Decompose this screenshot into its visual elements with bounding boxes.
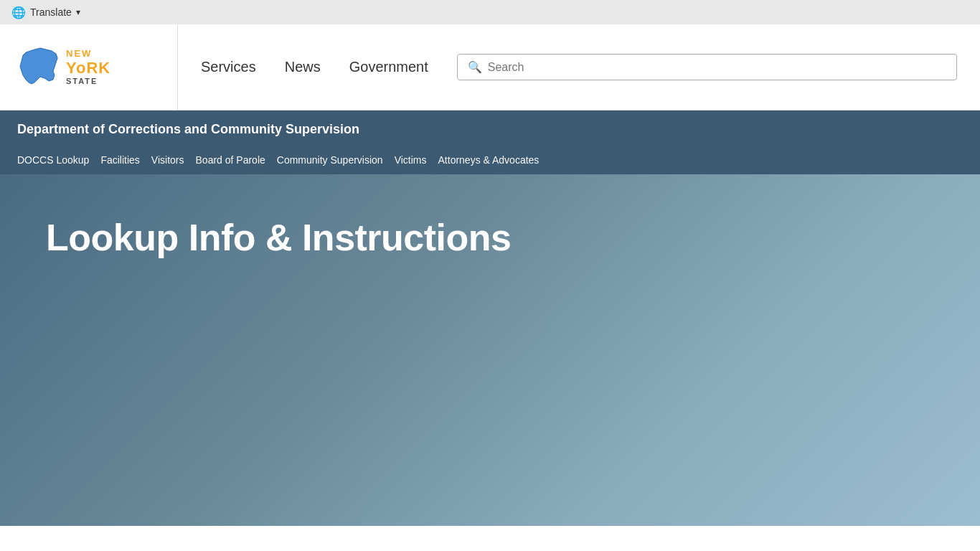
chevron-down-icon: ▾ (76, 7, 80, 17)
dept-link-attorneys-advocates[interactable]: Attorneys & Advocates (438, 146, 551, 174)
search-icon: 🔍 (468, 60, 482, 74)
nav-item-news[interactable]: News (285, 59, 321, 75)
ny-state-text: NEW YoRK STATE (66, 49, 110, 85)
search-input[interactable] (488, 61, 946, 74)
page-title: Lookup Info & Instructions (46, 217, 512, 258)
dept-link-visitors[interactable]: Visitors (151, 146, 196, 174)
dept-link-doccs-lookup[interactable]: DOCCS Lookup (17, 146, 100, 174)
dept-nav: Department of Corrections and Community … (0, 110, 980, 174)
search-box[interactable]: 🔍 (457, 54, 957, 80)
dept-link-facilities[interactable]: Facilities (100, 146, 151, 174)
nav-item-services[interactable]: Services (201, 59, 256, 75)
hero-section: Lookup Info & Instructions (0, 174, 980, 526)
globe-icon: 🌐 (11, 6, 26, 19)
ny-state-logo[interactable]: NEW YoRK STATE (17, 42, 110, 93)
dept-title: Department of Corrections and Community … (17, 110, 963, 146)
main-header: NEW YoRK STATE Services News Government … (0, 24, 980, 110)
ny-map-icon (17, 42, 60, 93)
dept-link-board-of-parole[interactable]: Board of Parole (196, 146, 277, 174)
main-nav: Services News Government 🔍 (178, 24, 980, 110)
ny-york-label: YoRK (66, 60, 110, 77)
nav-links: Services News Government (201, 59, 428, 75)
translate-bar: 🌐 Translate ▾ (0, 0, 980, 24)
nav-item-government[interactable]: Government (349, 59, 428, 75)
dept-links: DOCCS Lookup Facilities Visitors Board o… (17, 146, 963, 174)
ny-state-label: STATE (66, 77, 110, 85)
translate-label[interactable]: Translate (30, 6, 72, 18)
logo-area: NEW YoRK STATE (0, 24, 178, 110)
dept-link-victims[interactable]: Victims (395, 146, 438, 174)
dept-link-community-supervision[interactable]: Community Supervision (277, 146, 395, 174)
ny-new-label: NEW (66, 49, 110, 59)
